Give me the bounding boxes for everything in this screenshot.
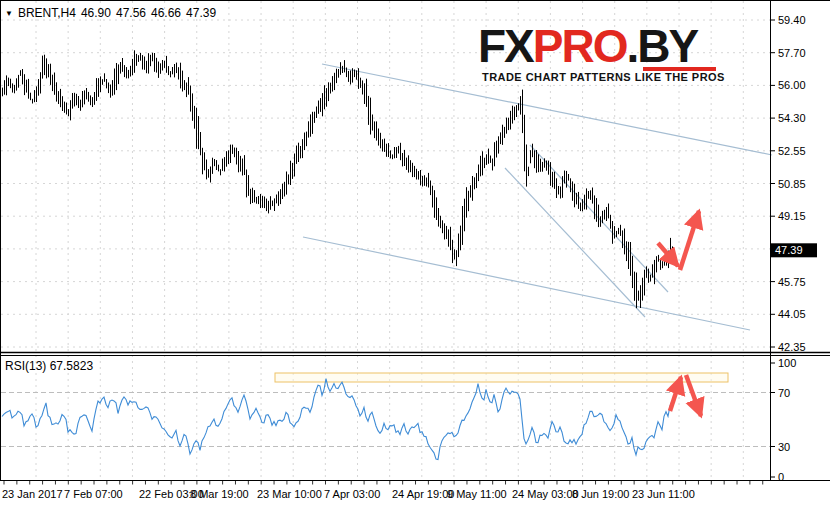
price-axis-label: 57.70 (778, 47, 806, 59)
dropdown-arrow-icon[interactable]: ▼ (5, 9, 13, 18)
trendline-layer (303, 64, 772, 330)
rsi-axis: 10070300 (770, 357, 796, 483)
price-axis-label: 54.30 (778, 112, 806, 124)
time-axis-label: 23 Jun 11:00 (632, 488, 695, 500)
quote-high: 47.56 (116, 6, 146, 20)
rsi-zone-box[interactable] (275, 373, 728, 382)
current-price-text: 47.39 (775, 244, 803, 256)
rsi-line (2, 379, 676, 460)
quote-close: 47.39 (186, 6, 216, 20)
price-axis-label: 56.00 (778, 79, 806, 91)
price-axis-label: 45.75 (778, 276, 806, 288)
price-axis-label: 49.15 (778, 210, 806, 222)
logo-by: .BY (626, 20, 697, 72)
time-axis-label: 7 Apr 03:00 (324, 488, 380, 500)
rsi-indicator-label: RSI(13) 67.5823 (5, 359, 93, 373)
price-axis-label: 52.55 (778, 145, 806, 157)
quote-low: 46.66 (151, 6, 181, 20)
price-axis-label: 59.40 (778, 14, 806, 26)
time-axis-label: 8 Jun 19:00 (572, 488, 630, 500)
trendline[interactable] (303, 237, 750, 330)
price-axis-label: 50.85 (778, 178, 806, 190)
candles-layer (3, 50, 673, 308)
fxpro-logo: FXPRO.BY TRADE CHART PATTERNS LIKE THE P… (478, 26, 723, 66)
time-axis-label: 24 May 03:00 (512, 488, 579, 500)
symbol-header: ▼BRENT,H446.9047.5646.6647.39 (5, 6, 216, 20)
rsi-axis-label: 70 (778, 387, 790, 399)
time-axis-label: 23 Jan 2017 (2, 488, 63, 500)
time-axis: 23 Jan 20177 Feb 07:0022 Feb 03:008 Mar … (2, 481, 763, 500)
time-axis-label: 23 Mar 10:00 (257, 488, 322, 500)
price-axis-label: 44.05 (778, 308, 806, 320)
time-axis-label: 8 Mar 19:00 (190, 488, 249, 500)
time-axis-label: 24 Apr 19:00 (392, 488, 454, 500)
price-axis-label: 42.35 (778, 341, 806, 353)
forecast-arrow[interactable] (680, 211, 699, 270)
logo-fx: FX (478, 20, 533, 72)
time-axis-label: 7 Feb 07:00 (64, 488, 123, 500)
logo-tagline: TRADE CHART PATTERNS LIKE THE PROS (482, 71, 725, 83)
symbol-timeframe-label: BRENT,H4 (18, 6, 76, 20)
price-axis: 59.4057.7056.0054.3052.5550.8549.1545.75… (770, 14, 817, 353)
quote-open: 46.90 (81, 6, 111, 20)
rsi-axis-label: 100 (778, 357, 796, 369)
time-axis-label: 9 May 11:00 (447, 488, 507, 500)
rsi-axis-label: 0 (778, 471, 784, 483)
rsi-axis-label: 30 (778, 441, 790, 453)
logo-wordmark: FXPRO.BY (478, 26, 723, 66)
logo-pro: PRO (533, 20, 627, 72)
